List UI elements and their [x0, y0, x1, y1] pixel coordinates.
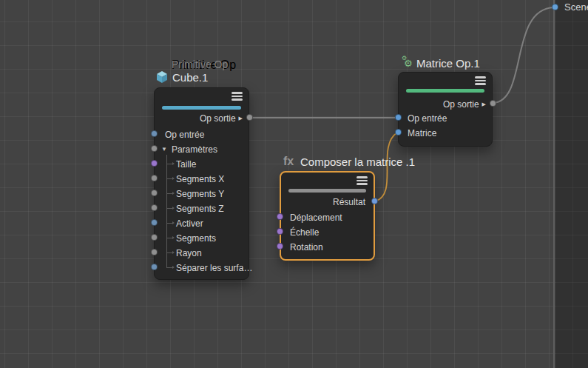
tree-branch-icon [166, 223, 172, 224]
compose-input-row[interactable]: Déplacement [281, 210, 374, 224]
compose-input-row[interactable]: Échelle [281, 225, 374, 238]
compose-accent-bar [288, 189, 366, 193]
gears-icon: ⚙⚙ [404, 58, 413, 69]
scene-input-port[interactable] [552, 4, 558, 10]
cube-input-row[interactable]: Segments [155, 231, 249, 244]
compose-node-title[interactable]: Composer la matrice .1 [300, 155, 415, 168]
scene-group-panel [555, 0, 588, 368]
taille-port[interactable] [151, 160, 158, 167]
activer-port[interactable] [151, 219, 158, 226]
menu-icon[interactable] [475, 76, 486, 85]
tree-branch-icon [166, 164, 172, 164]
cube-icon [155, 70, 169, 84]
scene-group-boundary [553, 0, 555, 368]
cube-accent-bar [162, 106, 241, 110]
cube-node-title[interactable]: Cube.1 [172, 71, 208, 84]
tree-branch-icon [166, 238, 172, 238]
matrix-op-entree-port[interactable] [395, 114, 402, 121]
cube-input-row[interactable]: Segments Y [155, 187, 249, 200]
collapse-triangle-icon[interactable]: ▼ [161, 146, 167, 153]
compose-input-row[interactable]: Rotation [281, 240, 374, 253]
matrice-port[interactable] [395, 129, 402, 136]
cube-input-row[interactable]: Activer [155, 216, 249, 230]
matrix-op-sortie-port[interactable] [490, 100, 496, 107]
matrix-input-row[interactable]: Op entrée [399, 111, 492, 124]
menu-icon[interactable] [232, 92, 243, 101]
node-editor-canvas[interactable]: Scene Primitive Op Primitive Op Cube.1 O… [0, 0, 588, 368]
segments-y-port[interactable] [151, 190, 158, 196]
cube-node[interactable]: Op sortie▶ Op entrée ▼Paramètres Taille … [154, 87, 249, 280]
segments-port[interactable] [151, 234, 158, 241]
tree-branch-icon [166, 252, 172, 253]
cube-input-row[interactable]: Séparer les surfa… [155, 261, 249, 274]
resultat-port[interactable] [371, 198, 378, 204]
cube-category-label: Primitive Op [172, 58, 228, 70]
tree-branch-icon [166, 208, 172, 209]
cube-input-row[interactable]: ▼Paramètres [155, 142, 249, 155]
compose-output-row[interactable]: Résultat [281, 195, 374, 208]
port-expand-arrow-icon: ▶ [239, 116, 243, 121]
wire-matrix-to-scene[interactable] [493, 7, 554, 103]
cube-input-row[interactable]: Rayon [155, 246, 249, 259]
cube-input-row[interactable]: Segments X [155, 172, 249, 185]
cube-output-row[interactable]: Op sortie▶ [155, 111, 249, 124]
parametres-port[interactable] [151, 145, 158, 152]
echelle-port[interactable] [277, 228, 283, 235]
cube-input-row[interactable]: Segments Z [155, 201, 249, 215]
deplacement-port[interactable] [277, 213, 283, 220]
matrix-input-row[interactable]: Matrice [399, 126, 492, 139]
matrix-node[interactable]: Op sortie▶ Op entrée Matrice [398, 72, 493, 147]
cube-op-sortie-port[interactable] [246, 114, 253, 121]
menu-icon[interactable] [356, 176, 368, 185]
compose-node[interactable]: Résultat Déplacement Échelle Rotation [280, 171, 375, 261]
tree-branch-icon [166, 267, 172, 268]
tree-branch-icon [166, 178, 172, 179]
segments-z-port[interactable] [151, 204, 158, 211]
matrix-accent-bar [406, 89, 484, 93]
cube-input-row[interactable]: Op entrée [155, 127, 249, 141]
op-entree-port[interactable] [151, 130, 158, 137]
matrix-output-row[interactable]: Op sortie▶ [399, 97, 492, 110]
port-expand-arrow-icon: ▶ [482, 101, 486, 107]
cube-input-row[interactable]: Taille [155, 157, 249, 170]
fx-icon: fx [283, 155, 294, 168]
segments-x-port[interactable] [151, 175, 158, 181]
rotation-port[interactable] [277, 243, 283, 250]
rayon-port[interactable] [151, 249, 158, 255]
tree-branch-icon [166, 193, 172, 194]
matrix-node-title[interactable]: Matrice Op.1 [416, 57, 480, 70]
separer-surfaces-port[interactable] [151, 264, 158, 270]
scene-label: Scene [564, 1, 588, 13]
